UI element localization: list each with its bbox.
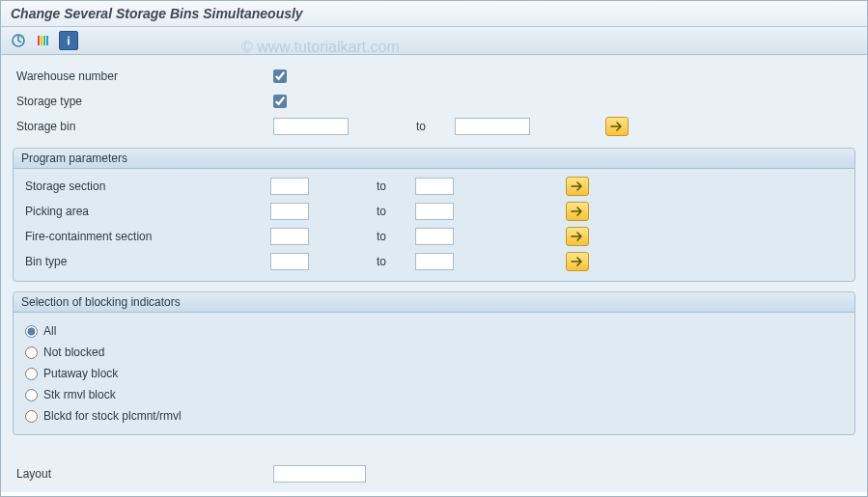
radio-not-blocked-input[interactable] bbox=[25, 346, 38, 359]
svg-point-1 bbox=[21, 36, 24, 39]
fire-containment-label: Fire-containment section bbox=[17, 230, 270, 243]
storage-section-from-input[interactable] bbox=[270, 178, 309, 195]
storage-bin-to-label: to bbox=[349, 120, 455, 133]
storage-type-label: Storage type bbox=[13, 95, 273, 108]
storage-bin-from-input[interactable] bbox=[273, 118, 349, 135]
radio-all[interactable]: All bbox=[25, 320, 843, 342]
svg-rect-2 bbox=[38, 36, 40, 45]
storage-bin-label: Storage bin bbox=[13, 120, 273, 133]
radio-stk-rmvl-block-label: Stk rmvl block bbox=[43, 388, 116, 401]
storage-section-label: Storage section bbox=[17, 179, 270, 193]
program-parameters-title: Program parameters bbox=[14, 149, 854, 169]
to-label: to bbox=[309, 179, 415, 193]
storage-section-multiselect-button[interactable] bbox=[566, 177, 589, 196]
colors-icon[interactable] bbox=[34, 31, 53, 50]
radio-all-input[interactable] bbox=[25, 325, 38, 338]
blocking-indicators-title: Selection of blocking indicators bbox=[14, 292, 854, 313]
blocking-indicators-group: Selection of blocking indicators All Not… bbox=[13, 291, 855, 435]
svg-rect-7 bbox=[68, 39, 70, 44]
picking-area-to-input[interactable] bbox=[415, 203, 454, 220]
to-label-2: to bbox=[309, 205, 415, 218]
storage-type-checkbox[interactable] bbox=[273, 95, 287, 108]
warehouse-number-label: Warehouse number bbox=[13, 69, 273, 83]
radio-stk-rmvl-block[interactable]: Stk rmvl block bbox=[25, 384, 843, 405]
bin-type-multiselect-button[interactable] bbox=[566, 252, 589, 271]
radio-putaway-block-label: Putaway block bbox=[43, 367, 118, 380]
program-parameters-group: Program parameters Storage section to Pi… bbox=[13, 148, 855, 282]
fire-containment-multiselect-button[interactable] bbox=[566, 227, 589, 246]
to-label-4: to bbox=[309, 255, 415, 268]
picking-area-multiselect-button[interactable] bbox=[566, 202, 589, 221]
radio-blckd-plcmnt-rmvl-input[interactable] bbox=[25, 410, 38, 423]
svg-rect-3 bbox=[41, 36, 42, 45]
svg-rect-5 bbox=[46, 36, 48, 45]
radio-putaway-block[interactable]: Putaway block bbox=[25, 363, 843, 384]
radio-all-label: All bbox=[43, 324, 56, 338]
fire-containment-from-input[interactable] bbox=[270, 228, 309, 245]
page-title: Change Several Storage Bins Simultaneous… bbox=[1, 1, 867, 27]
toolbar bbox=[1, 27, 867, 55]
svg-rect-4 bbox=[43, 36, 45, 45]
radio-putaway-block-input[interactable] bbox=[25, 368, 38, 380]
execute-icon[interactable] bbox=[9, 31, 28, 50]
bin-type-from-input[interactable] bbox=[270, 253, 309, 270]
bin-type-to-input[interactable] bbox=[415, 253, 454, 270]
picking-area-label: Picking area bbox=[17, 205, 270, 218]
svg-rect-6 bbox=[68, 37, 70, 39]
content-area: Warehouse number Storage type Storage bi… bbox=[1, 55, 867, 492]
warehouse-number-checkbox[interactable] bbox=[273, 69, 287, 83]
layout-input[interactable] bbox=[273, 465, 366, 483]
bin-type-label: Bin type bbox=[17, 255, 270, 268]
radio-blckd-plcmnt-rmvl-label: Blckd for stock plcmnt/rmvl bbox=[43, 409, 182, 423]
layout-label: Layout bbox=[13, 467, 273, 481]
picking-area-from-input[interactable] bbox=[270, 203, 309, 220]
radio-not-blocked-label: Not blocked bbox=[43, 345, 104, 359]
storage-bin-to-input[interactable] bbox=[455, 118, 530, 135]
radio-blckd-plcmnt-rmvl[interactable]: Blckd for stock plcmnt/rmvl bbox=[25, 405, 843, 427]
radio-stk-rmvl-block-input[interactable] bbox=[25, 389, 38, 401]
to-label-3: to bbox=[309, 230, 415, 243]
storage-section-to-input[interactable] bbox=[415, 178, 454, 195]
radio-not-blocked[interactable]: Not blocked bbox=[25, 342, 843, 363]
storage-bin-multiselect-button[interactable] bbox=[605, 117, 629, 136]
info-icon[interactable] bbox=[59, 31, 78, 50]
fire-containment-to-input[interactable] bbox=[415, 228, 454, 245]
